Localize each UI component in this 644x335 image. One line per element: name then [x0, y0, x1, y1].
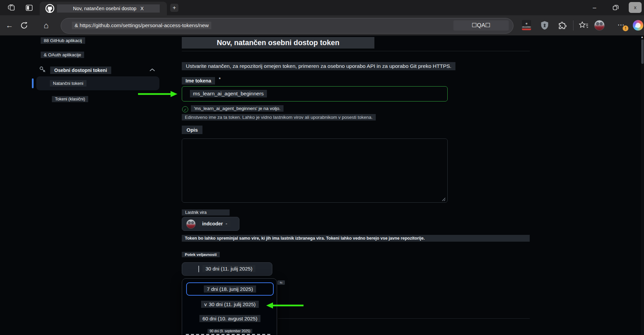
dropdown-option-30-days[interactable]: v30 dni (11. julij 2025) — [186, 301, 274, 308]
new-tab-button[interactable]: + — [170, 4, 178, 12]
sparkle-icon: ✳ — [525, 22, 528, 25]
expiration-label: Potek veljavnosti — [182, 252, 220, 257]
browser-window: Nov, natančen osebni dostop X + – x ← ⌂ … — [0, 0, 644, 335]
tab-title: Nov, natančen osebni dostop X — [57, 4, 160, 13]
required-asterisk: * — [219, 76, 221, 82]
favorites-star-icon[interactable] — [579, 21, 588, 30]
dropdown-option-60-days[interactable]: 60 dni (10. avgust 2025) — [186, 315, 274, 322]
token-name-help-text: Edinstveno ime za ta token. Lahko je vid… — [182, 114, 376, 120]
sidebar-item-oauth-apps[interactable]: & OAuth aplikacije — [41, 52, 84, 58]
token-name-value[interactable]: ms_learn_ai_agent_beginners — [190, 90, 267, 97]
close-button[interactable]: x — [629, 2, 642, 13]
refresh-button[interactable] — [20, 21, 28, 30]
owner-name: indcoder - — [199, 220, 230, 227]
restore-button[interactable] — [612, 4, 619, 11]
toolbar-divider — [573, 20, 573, 31]
scroll-up-arrow[interactable]: ▲ — [641, 35, 644, 39]
owner-avatar — [186, 219, 196, 229]
adblock-extension-icon[interactable]: ✳ IZKLJUČENO — [522, 20, 531, 30]
profile-avatar[interactable] — [594, 20, 605, 31]
extensions-puzzle-icon[interactable] — [558, 21, 568, 30]
back-button[interactable]: ← — [4, 20, 15, 31]
title-divider — [182, 51, 530, 51]
expiration-selected-value[interactable]: 30 dni (11. julij 2025) — [202, 265, 255, 272]
tab-close-button[interactable]: X — [140, 6, 144, 11]
description-textarea[interactable] — [182, 138, 448, 203]
extension-state-label: IZKLJUČENO — [522, 26, 531, 28]
sidebar-section-personal-access-tokens[interactable]: Osebni dostopni tokeni — [50, 67, 111, 74]
scrollbar-track[interactable] — [641, 36, 644, 335]
tab-title-text: Nov, natančen osebni dostop — [73, 6, 136, 11]
github-favicon — [45, 4, 54, 13]
copilot-icon[interactable] — [633, 20, 643, 31]
page-title: Nov, natančen osebni dostop token — [182, 37, 374, 49]
home-button[interactable]: ⌂ — [40, 20, 52, 31]
token-name-label: Ime tokena — [182, 77, 215, 85]
check-circle-icon: ✓ — [182, 106, 188, 112]
owner-caret: - — [226, 221, 227, 226]
token-name-success-message: 'ms_learn_ai_agent_beginners' je na volj… — [191, 105, 284, 112]
workspaces-icon[interactable] — [7, 4, 16, 12]
qa-badge[interactable]: ☐QA☐ — [453, 20, 509, 31]
selected-indicator-bar — [32, 78, 34, 88]
description-label: Opis — [182, 126, 202, 134]
sidebar-item-classic-tokens[interactable]: Tokeni (klasični) — [52, 96, 88, 102]
sidebar-item-fine-grained-tokens[interactable]: Natančni tokeni — [50, 80, 86, 87]
shield-privacy-icon[interactable] — [540, 21, 549, 30]
resize-handle-icon[interactable] — [441, 197, 446, 201]
sidebar-item-github-apps[interactable]: 88 GitHub aplikacij — [41, 37, 85, 44]
resource-owner-label: Lastnik vira — [182, 209, 230, 216]
section-divider — [278, 318, 530, 319]
extension-red-bar — [522, 29, 531, 30]
minimize-button[interactable]: – — [589, 2, 600, 13]
selected-check-glyph: v — [204, 301, 207, 307]
dropdown-option-7-days[interactable]: 7 dni (18. junij 2025) — [186, 282, 274, 296]
scrollbar-thumb[interactable] — [641, 39, 644, 64]
key-icon — [39, 66, 47, 74]
annotation-arrow-right — [137, 90, 178, 98]
text-cursor-bar — [198, 266, 199, 272]
dropdown-mini-badge: Itc — [277, 280, 285, 285]
tab-sidebar-icon[interactable] — [25, 4, 33, 12]
warning-badge: ! — [623, 25, 628, 31]
page-intro: Ustvarite natančen, za repozitorij omeje… — [182, 62, 455, 70]
annotation-arrow-left — [266, 302, 305, 309]
chevron-up-icon[interactable] — [149, 67, 156, 73]
dropdown-option-90-days[interactable]: 90 dni (9. september 2025) — [186, 329, 274, 333]
owner-note: Token bo lahko spreminjal samo vire, ki … — [182, 235, 530, 242]
url-text[interactable]: & https://github.com/settings/personal-a… — [72, 22, 211, 29]
resource-owner-button[interactable]: indcoder - — [182, 217, 239, 231]
